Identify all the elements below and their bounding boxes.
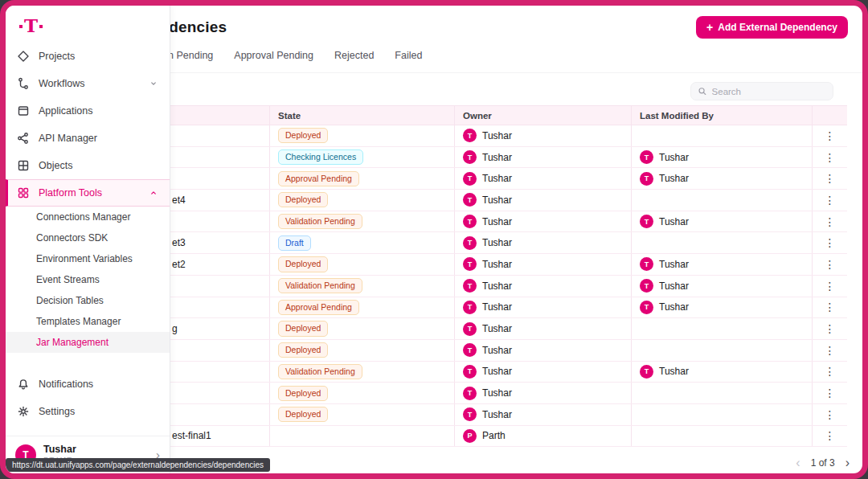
avatar: T (463, 387, 477, 400)
platform-tools-children: Connections ManagerConnectors SDKEnviron… (6, 207, 170, 353)
search-box[interactable] (690, 82, 833, 100)
avatar: T (463, 257, 477, 271)
row-menu-icon[interactable]: ⋮ (825, 216, 836, 227)
row-last-modified-cell (631, 232, 812, 253)
owner-name: Tushar (482, 237, 512, 248)
pagination-prev-icon[interactable]: ‹ (796, 456, 800, 469)
row-last-modified-cell (631, 190, 812, 211)
sidebar-item-notifications[interactable]: Notifications (6, 371, 170, 398)
row-menu-icon[interactable]: ⋮ (825, 430, 836, 441)
sidebar-item-decision-tables[interactable]: Decision Tables (6, 290, 170, 311)
sidebar-item-workflows[interactable]: Workflows (6, 70, 170, 97)
row-actions-cell: ⋮ (812, 168, 847, 189)
row-actions-cell: ⋮ (812, 297, 847, 318)
row-actions-cell: ⋮ (812, 254, 847, 275)
sidebar-item-platform-tools[interactable]: Platform Tools (6, 179, 170, 207)
t-mobile-logo: T (19, 16, 170, 35)
tab-rejected[interactable]: Rejected (334, 50, 374, 61)
last-modified-name: Tushar (659, 301, 689, 313)
pagination-next-icon[interactable]: › (845, 456, 850, 469)
row-menu-icon[interactable]: ⋮ (825, 301, 836, 313)
row-last-modified-cell (631, 383, 812, 403)
row-state-cell: Validation Pending (269, 276, 454, 297)
row-owner-cell: TTushar (454, 211, 631, 232)
owner-name: Tushar (482, 152, 512, 163)
row-owner-cell: TTushar (454, 190, 631, 211)
row-menu-icon[interactable]: ⋮ (825, 409, 836, 420)
sidebar-item-objects[interactable]: Objects (6, 152, 170, 179)
sidebar-item-connections-manager[interactable]: Connections Manager (6, 207, 170, 227)
row-actions-cell: ⋮ (812, 318, 847, 339)
status-badge: Validation Pending (278, 214, 362, 229)
row-last-modified-cell: TTushar (631, 147, 812, 168)
row-menu-icon[interactable]: ⋮ (825, 280, 836, 292)
row-owner-cell: TTushar (454, 168, 631, 189)
row-state-cell: Deployed (269, 340, 454, 361)
row-owner-cell: TTushar (454, 276, 631, 297)
row-last-modified-cell: TTushar (631, 254, 812, 275)
row-menu-icon[interactable]: ⋮ (825, 259, 836, 270)
avatar: T (640, 257, 653, 271)
row-menu-icon[interactable]: ⋮ (825, 173, 836, 184)
app-content: External Dependencies + Add External Dep… (6, 6, 862, 473)
sidebar-item-projects[interactable]: Projects (6, 43, 170, 70)
row-state-cell: Draft (269, 232, 454, 253)
owner-name: Tushar (482, 216, 512, 227)
tab-approval-pending[interactable]: Approval Pending (234, 50, 313, 61)
row-menu-icon[interactable]: ⋮ (825, 152, 836, 163)
row-menu-icon[interactable]: ⋮ (825, 194, 836, 206)
row-last-modified-cell: TTushar (631, 276, 812, 297)
row-actions-cell: ⋮ (812, 125, 847, 146)
sidebar-item-settings[interactable]: Settings (6, 398, 170, 425)
row-actions-cell: ⋮ (812, 190, 847, 211)
row-actions-cell: ⋮ (812, 232, 847, 253)
row-owner-cell: TTushar (454, 297, 631, 318)
gear-icon (17, 405, 30, 418)
sidebar-item-templates-manager[interactable]: Templates Manager (6, 311, 170, 332)
avatar: T (463, 343, 477, 357)
row-owner-cell: TTushar (454, 147, 631, 168)
avatar: T (640, 365, 653, 379)
user-name: Tushar (43, 444, 76, 456)
column-header-owner: Owner (454, 106, 631, 125)
row-menu-icon[interactable]: ⋮ (825, 237, 836, 248)
row-owner-cell: TTushar (454, 125, 631, 146)
search-input[interactable] (712, 87, 826, 96)
row-state-cell (269, 426, 454, 447)
row-state-cell: Checking Licences (269, 147, 454, 168)
column-header-state: State (269, 106, 454, 125)
status-badge: Deployed (278, 192, 328, 207)
row-menu-icon[interactable]: ⋮ (825, 130, 836, 141)
chevron-up-icon (149, 188, 158, 198)
sidebar-item-environment-variables[interactable]: Environment Variables (6, 248, 170, 269)
objects-icon (17, 159, 30, 172)
last-modified-name: Tushar (659, 280, 689, 292)
avatar: T (640, 301, 653, 314)
last-modified-name: Tushar (659, 366, 689, 377)
sidebar-item-api-manager[interactable]: API Manager (6, 125, 170, 152)
sidebar-item-event-streams[interactable]: Event Streams (6, 269, 170, 290)
avatar: T (640, 150, 653, 164)
row-last-modified-cell: TTushar (631, 168, 812, 189)
add-external-dependency-button[interactable]: + Add External Dependency (696, 16, 848, 39)
sidebar-item-jar-management[interactable]: Jar Management (6, 332, 170, 353)
row-owner-cell: TTushar (454, 383, 631, 403)
row-menu-icon[interactable]: ⋮ (825, 345, 836, 356)
row-actions-cell: ⋮ (812, 211, 847, 232)
sidebar-item-connectors-sdk[interactable]: Connectors SDK (6, 227, 170, 248)
workflows-icon (17, 77, 30, 90)
avatar: T (463, 215, 477, 228)
owner-name: Tushar (482, 345, 512, 356)
row-menu-icon[interactable]: ⋮ (825, 323, 836, 334)
tab-bar: Validation Pending Approval Pending Reje… (130, 50, 422, 61)
column-header-actions (812, 106, 847, 125)
row-last-modified-cell (631, 318, 812, 339)
row-menu-icon[interactable]: ⋮ (825, 387, 836, 399)
logo-dot-right (39, 25, 43, 28)
sidebar-nav: Projects Workflows Appli (6, 43, 170, 425)
tab-failed[interactable]: Failed (395, 50, 422, 61)
row-menu-icon[interactable]: ⋮ (825, 366, 836, 377)
row-last-modified-cell: TTushar (631, 211, 812, 232)
app-window: External Dependencies + Add External Dep… (0, 0, 868, 479)
sidebar-item-applications[interactable]: Applications (6, 97, 170, 125)
